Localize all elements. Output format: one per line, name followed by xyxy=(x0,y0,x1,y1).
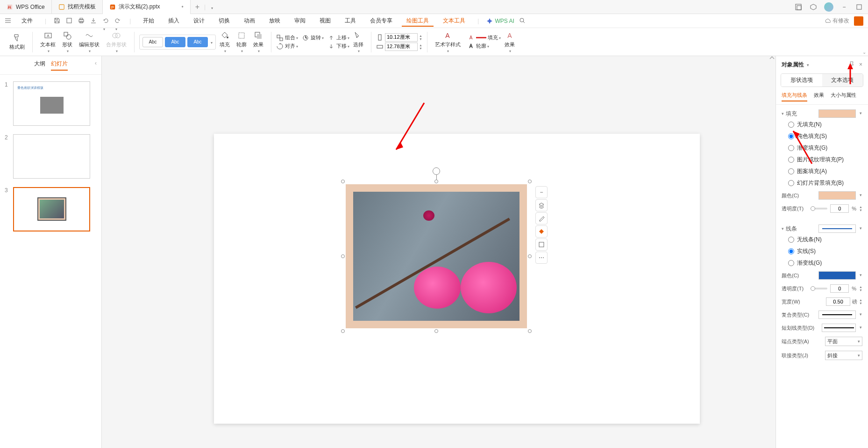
tab-template-store[interactable]: 找稻壳模板 xyxy=(52,0,103,14)
slide-bg-fill-radio[interactable]: 幻灯片背景填充(B) xyxy=(788,179,862,187)
compound-type-picker[interactable] xyxy=(818,311,856,319)
pattern-fill-radio[interactable]: 图案填充(A) xyxy=(788,167,862,175)
rotate-button[interactable]: 旋转 xyxy=(311,34,324,41)
collapse-panel-icon[interactable]: ‹ xyxy=(95,60,97,66)
align-button[interactable]: 对齐 xyxy=(285,43,298,50)
edit-shape-button[interactable]: 编辑形状 xyxy=(76,30,102,54)
float-collapse-icon[interactable]: − xyxy=(535,186,548,198)
shape-preset-3[interactable]: Abc xyxy=(187,37,208,47)
resize-handle-w[interactable] xyxy=(341,254,345,258)
menu-animation[interactable]: 动画 xyxy=(239,15,260,27)
line-preview-top[interactable] xyxy=(818,224,856,233)
menu-icon[interactable] xyxy=(5,17,12,25)
menu-review[interactable]: 审阅 xyxy=(290,15,310,27)
export-icon[interactable] xyxy=(90,17,98,25)
solid-line-radio[interactable]: 实线(S) xyxy=(788,247,862,255)
shape-button[interactable]: 形状 xyxy=(59,30,75,54)
text-outline-button[interactable]: 轮廓 xyxy=(476,43,489,50)
maximize-button[interactable] xyxy=(855,3,863,11)
picture-fill-radio[interactable]: 图片或纹理填充(P) xyxy=(788,156,862,164)
print-preview-icon[interactable] xyxy=(66,17,73,25)
cap-type-select[interactable]: 平面 xyxy=(825,337,862,346)
resize-handle-sw[interactable] xyxy=(341,329,345,333)
menu-drawing-tools[interactable]: 绘图工具 xyxy=(402,15,434,27)
slide-thumb-3[interactable]: 3 xyxy=(0,185,101,238)
file-menu[interactable]: 文件 xyxy=(17,15,37,27)
new-tab-button[interactable]: + xyxy=(191,3,204,11)
merge-shape-button[interactable]: 合并形状 xyxy=(103,30,129,54)
slide-canvas[interactable]: − ⋯ xyxy=(214,134,700,424)
window-tile-icon[interactable] xyxy=(794,3,803,11)
selection-pane-button[interactable]: 选择 xyxy=(350,30,366,54)
text-options-tab[interactable]: 文本选项 xyxy=(822,74,863,87)
selected-shape[interactable] xyxy=(343,181,530,331)
resize-handle-e[interactable] xyxy=(528,254,532,258)
menu-start[interactable]: 开始 xyxy=(138,15,159,27)
group-button[interactable]: 组合 xyxy=(285,34,298,41)
slides-tab[interactable]: 幻灯片 xyxy=(51,60,68,71)
menu-view[interactable]: 视图 xyxy=(315,15,335,27)
fill-trans-spinner[interactable]: ▲▼ xyxy=(859,205,862,212)
canvas-area[interactable]: − ⋯ xyxy=(102,56,776,448)
shape-outline-button[interactable]: 轮廓 xyxy=(234,30,249,54)
slide-thumb-1[interactable]: 1 童色底纹演讲模版 xyxy=(0,79,101,132)
resize-handle-nw[interactable] xyxy=(341,180,345,183)
fill-color-swatch-top[interactable] xyxy=(818,109,856,118)
fill-line-subtab[interactable]: 填充与线条 xyxy=(782,92,807,101)
line-width-spinner[interactable]: ▲▼ xyxy=(859,298,862,305)
menu-slideshow[interactable]: 放映 xyxy=(264,15,285,27)
textbox-button[interactable]: A文本框 xyxy=(37,30,58,54)
float-layers-icon[interactable] xyxy=(535,199,548,211)
menu-insert[interactable]: 插入 xyxy=(164,15,184,27)
slide-thumb-2[interactable]: 2 xyxy=(0,132,101,185)
send-backward-button[interactable]: 下移 xyxy=(336,43,349,50)
line-section-header[interactable]: 线条 xyxy=(782,225,797,233)
line-width-input[interactable] xyxy=(826,297,850,306)
dash-type-picker[interactable] xyxy=(822,324,856,332)
menu-design[interactable]: 设计 xyxy=(189,15,209,27)
menu-tools[interactable]: 工具 xyxy=(340,15,361,27)
props-close-icon[interactable]: × xyxy=(859,61,862,68)
wps-ai-button[interactable]: WPS AI xyxy=(486,18,514,24)
float-more-icon[interactable]: ⋯ xyxy=(535,252,548,264)
no-line-radio[interactable]: 无线条(N) xyxy=(788,236,862,244)
menu-text-tools[interactable]: 文本工具 xyxy=(438,15,470,27)
rotation-handle[interactable] xyxy=(433,167,440,175)
line-trans-spinner[interactable]: ▲▼ xyxy=(859,285,862,292)
line-transparency-input[interactable] xyxy=(830,284,849,293)
resize-handle-s[interactable] xyxy=(434,329,438,333)
preset-more[interactable] xyxy=(210,39,213,45)
cube-icon[interactable] xyxy=(809,3,818,11)
props-pin-icon[interactable] xyxy=(849,61,854,68)
shape-preset-1[interactable]: Abc xyxy=(142,37,163,47)
shape-fill-button[interactable]: 填充 xyxy=(217,30,233,54)
text-fill-button[interactable]: 填充 xyxy=(488,34,501,41)
width-spinner[interactable]: ▲▼ xyxy=(419,43,422,50)
tab-wps-home[interactable]: WPS Office xyxy=(0,0,52,14)
height-spinner[interactable]: ▲▼ xyxy=(419,34,422,41)
wordart-style-button[interactable]: A艺术字样式 xyxy=(432,30,463,54)
line-transparency-slider[interactable] xyxy=(811,288,827,289)
shape-options-tab[interactable]: 形状选项 xyxy=(781,74,822,87)
cloud-sync-icon[interactable]: 有修改 xyxy=(824,17,849,25)
user-avatar[interactable] xyxy=(824,2,833,12)
gradient-fill-radio[interactable]: 渐变填充(G) xyxy=(788,144,862,152)
solid-fill-radio[interactable]: 纯色填充(S) xyxy=(788,132,862,140)
shape-preset-2[interactable]: Abc xyxy=(165,37,185,47)
shape-effect-button[interactable]: 效果 xyxy=(250,30,266,54)
minimize-button[interactable]: − xyxy=(840,3,848,11)
resize-handle-ne[interactable] xyxy=(528,180,532,183)
height-input[interactable] xyxy=(385,33,418,42)
gradient-line-radio[interactable]: 渐变线(G) xyxy=(788,259,862,267)
undo-button[interactable] xyxy=(102,17,110,25)
resize-handle-n[interactable] xyxy=(434,180,438,183)
print-icon[interactable] xyxy=(78,17,85,25)
search-icon[interactable] xyxy=(519,17,526,25)
save-icon[interactable] xyxy=(54,17,61,25)
tab-document[interactable]: P 演示文稿(2).pptx • xyxy=(103,0,191,14)
width-input[interactable] xyxy=(385,43,418,51)
canvas-scrollbar[interactable] xyxy=(769,56,775,448)
bring-forward-button[interactable]: 上移 xyxy=(336,34,349,41)
props-title-dropdown-icon[interactable]: ▾ xyxy=(807,63,809,67)
join-type-select[interactable]: 斜接 xyxy=(825,351,862,360)
